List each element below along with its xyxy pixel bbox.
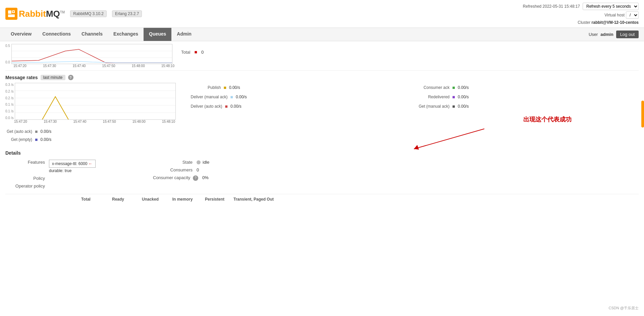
capacity-question-mark[interactable]: ?: [193, 175, 198, 181]
nav-overview[interactable]: Overview: [5, 28, 37, 41]
y-label-3: 0.1 /s: [5, 103, 13, 106]
user-label: User: [589, 32, 598, 37]
th-persistent: Persistent: [201, 197, 228, 202]
consumers-row: Consumers 0: [153, 166, 209, 174]
nav-right: User admin Log out: [589, 31, 639, 38]
rates-time-4: 15:48:00: [132, 120, 146, 123]
logo-area: RabbitMQTM RabbitMQ 3.10.2 Erlang 23.2.7: [5, 8, 523, 20]
state-row: State idle: [153, 158, 209, 166]
feature-ttl-value: 6000: [78, 161, 88, 166]
consumer-ack-label: Consumer ack: [416, 85, 449, 90]
rates-y-labels: 0.3 /s 0.2 /s 0.2 /s 0.1 /s 0.1 /s 0.0 /…: [5, 83, 15, 120]
state-label: State: [153, 160, 197, 165]
consumer-capacity-row: Consumer capacity ? 0%: [153, 174, 209, 182]
operator-policy-label: Operator policy: [5, 183, 49, 189]
vhost-row: Virtual host /: [604, 11, 639, 19]
get-empty-value: 0.00/s: [40, 137, 51, 142]
top-chart-svg: [12, 44, 172, 64]
cluster-value: rabbit@VM-12-10-centos: [592, 20, 639, 25]
get-empty-row: Get (empty) ■ 0.00/s: [5, 137, 639, 142]
feature-durable-label: durable:: [49, 168, 63, 173]
user-value: admin: [600, 32, 613, 37]
get-auto-ack-label: Get (auto ack): [5, 129, 32, 134]
nav-bar: Overview Connections Channels Exchanges …: [0, 28, 644, 41]
state-text: idle: [203, 160, 209, 165]
svg-line-11: [414, 129, 484, 149]
th-unacked: Unacked: [137, 197, 164, 202]
top-chart-row: 0.5 0.0 15:47:20 15:: [5, 41, 639, 71]
details-section: Details Features x-message-ttl: 6000 ← d…: [5, 150, 639, 190]
feature-durable-value: true: [65, 168, 72, 173]
rates-chart-svg-box: [15, 83, 176, 120]
redelivered-rate-row: Redelivered ■ 0.00/s: [413, 92, 639, 102]
deliver-manual-value: 0.00/s: [236, 95, 247, 99]
top-chart-area: 0.5 0.0 15:47:20 15:: [5, 44, 174, 68]
time-badge[interactable]: last minute: [41, 75, 65, 80]
svg-point-4: [13, 11, 14, 12]
deliver-manual-rate-row: Deliver (manual ack) ■ 0.00/s: [188, 92, 413, 102]
logo-mq: MQ: [46, 9, 60, 19]
rates-chart-svg: [15, 83, 176, 120]
rates-time-1: 15:47:30: [44, 120, 57, 123]
deliver-auto-label: Deliver (auto ack): [191, 104, 222, 109]
nav-connections[interactable]: Connections: [37, 28, 76, 41]
top-chart-y-labels: 0.5 0.0: [5, 44, 11, 64]
rates-left-col: Publish ■ 0.00/s Deliver (manual ack) ■ …: [188, 83, 413, 111]
deliver-manual-dot: ■: [230, 94, 233, 100]
y-label-1: 0.2 /s: [5, 90, 13, 93]
top-y-max: 0.5: [5, 44, 10, 48]
refresh-row: Refreshed 2022-05-31 15:48:17 Refresh ev…: [523, 3, 639, 10]
rates-chart-area: 0.3 /s 0.2 /s 0.2 /s 0.1 /s 0.1 /s 0.0 /…: [5, 83, 176, 123]
svg-rect-1: [8, 10, 11, 14]
feature-durable-row: durable: true: [49, 168, 96, 173]
th-in-memory: In memory: [169, 197, 196, 202]
policy-row: Policy: [5, 174, 140, 182]
main-content: 0.5 0.0 15:47:20 15:: [0, 41, 644, 207]
vhost-label: Virtual host: [604, 13, 625, 17]
top-time-0: 15:47:20: [13, 64, 26, 68]
refresh-select[interactable]: Refresh every 5 seconds: [583, 3, 639, 10]
deliver-auto-dot: ■: [225, 104, 228, 109]
version-badge: RabbitMQ 3.10.2: [70, 10, 107, 17]
nav-admin[interactable]: Admin: [171, 28, 197, 41]
total-info: Total ■ 0: [181, 44, 204, 55]
rates-time-0: 15:47:20: [14, 120, 27, 123]
get-auto-ack-dot: ■: [35, 129, 38, 134]
publish-color-dot: ■: [223, 85, 226, 90]
top-chart-svg-box: [11, 44, 172, 64]
erlang-badge: Erlang 23.2.7: [112, 10, 142, 17]
nav-exchanges[interactable]: Exchanges: [108, 28, 144, 41]
get-empty-dot: ■: [35, 137, 38, 142]
get-empty-label: Get (empty): [5, 137, 32, 142]
cluster-label: Cluster: [578, 20, 590, 25]
get-manual-value: 0.00/s: [458, 104, 469, 109]
scrollbar[interactable]: [641, 101, 644, 127]
rates-time-labels: 15:47:20 15:47:30 15:47:40 15:47:50 15:4…: [14, 120, 175, 123]
redelivered-value: 0.00/s: [458, 95, 469, 99]
get-auto-ack-row: Get (auto ack) ■ 0.00/s: [5, 129, 639, 134]
y-label-0: 0.3 /s: [5, 83, 13, 87]
nav-queues[interactable]: Queues: [144, 28, 171, 41]
nav-channels[interactable]: Channels: [76, 28, 108, 41]
vhost-select[interactable]: /: [626, 11, 639, 19]
deliver-manual-label: Deliver (manual ack): [191, 95, 227, 99]
consumer-capacity-label: Consumer capacity ?: [153, 175, 202, 181]
logo: RabbitMQTM: [5, 8, 65, 20]
state-value: idle: [197, 160, 209, 165]
deliver-auto-rate-row: Deliver (auto ack) ■ 0.00/s: [188, 102, 413, 111]
top-time-labels: 15:47:20 15:47:30 15:47:40 15:47:50 15:4…: [13, 64, 174, 68]
feature-box: x-message-ttl: 6000 ←: [49, 160, 96, 168]
top-time-3: 15:47:50: [102, 64, 115, 68]
rates-grid: Publish ■ 0.00/s Deliver (manual ack) ■ …: [188, 83, 639, 111]
total-label: Total: [181, 50, 190, 55]
logo-rabbit: Rabbit: [19, 9, 46, 19]
deliver-auto-value: 0.00/s: [230, 104, 241, 109]
annotation-container: 出现这个代表成功: [523, 115, 572, 123]
features-value: x-message-ttl: 6000 ← durable: true: [49, 160, 96, 173]
rates-chart-with-labels: 0.3 /s 0.2 /s 0.2 /s 0.1 /s 0.1 /s 0.0 /…: [5, 83, 176, 120]
get-manual-rate-row: Get (manual ack) ■ 0.00/s: [413, 102, 639, 111]
top-bar: RabbitMQTM RabbitMQ 3.10.2 Erlang 23.2.7…: [0, 0, 644, 28]
logout-button[interactable]: Log out: [616, 31, 639, 38]
rates-time-3: 15:47:50: [103, 120, 116, 123]
question-mark-icon[interactable]: ?: [68, 75, 73, 80]
